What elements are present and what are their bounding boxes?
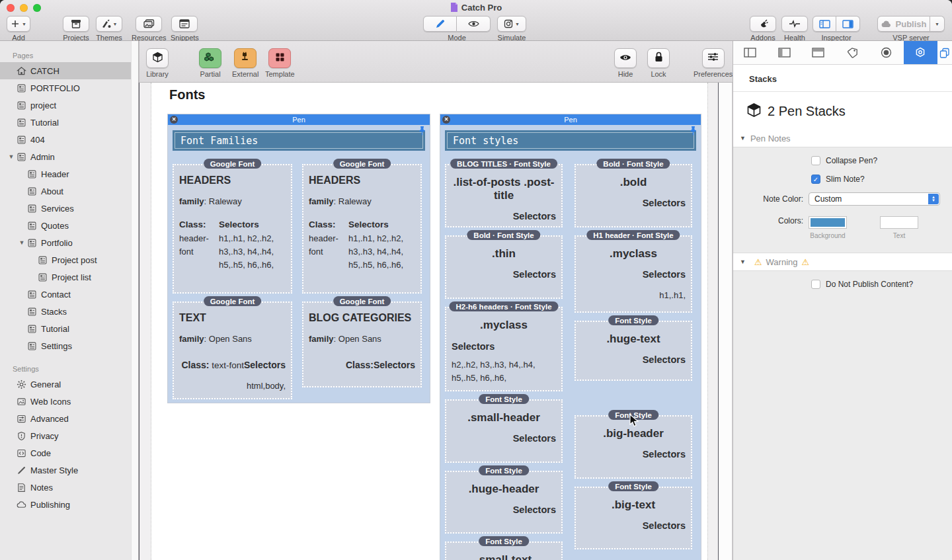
stack-font-style[interactable]: Font Style.small-text — [445, 541, 563, 560]
sidebar-item-code[interactable]: Code — [0, 444, 138, 461]
publish-dropdown-button[interactable]: ▼ — [930, 16, 945, 32]
external-plug-icon — [240, 52, 251, 65]
stack-font-style[interactable]: Font Style.huge-headerSelectors — [445, 471, 563, 534]
stack-column: Bold · Font Style.boldSelectorsH1 header… — [575, 156, 692, 560]
sidebar-item-master-style[interactable]: Master Style — [0, 461, 138, 479]
pen-notes-section-header[interactable]: ▼ Pen Notes — [733, 130, 952, 147]
sidebar-item-publishing[interactable]: Publishing — [0, 496, 138, 513]
publish-button[interactable]: Publish — [877, 16, 930, 32]
background-color-well[interactable] — [809, 216, 847, 229]
stack-blog-titles-font-style[interactable]: BLOG TITLES · Font Style.list-of-posts .… — [445, 164, 563, 227]
close-icon[interactable]: ✕ — [442, 116, 450, 124]
sidebar-item-tutorial[interactable]: Tutorial — [0, 114, 138, 131]
collapse-pen-checkbox[interactable] — [811, 156, 820, 165]
tab-sidebar-settings[interactable] — [768, 41, 802, 64]
addons-button[interactable] — [750, 16, 776, 32]
edit-mode-button[interactable] — [423, 16, 457, 32]
sidebar-item-404[interactable]: 404 — [0, 131, 138, 148]
lock-button[interactable] — [647, 48, 670, 68]
health-button[interactable] — [781, 16, 808, 32]
stack-bold-font-style[interactable]: Bold · Font Style.boldSelectors — [575, 164, 692, 227]
pen-titlebar[interactable]: ✕ Pen — [440, 114, 701, 125]
canvas-scrollbar[interactable] — [719, 83, 733, 560]
template-grid-icon-button[interactable] — [268, 48, 291, 68]
sidebar-item-project-post[interactable]: Project post — [0, 251, 138, 268]
sidebar-item-advanced[interactable]: Advanced — [0, 410, 138, 427]
right-panel-toggle-button[interactable] — [836, 16, 860, 32]
left-panel-toggle-button[interactable] — [813, 16, 836, 32]
stack-font-style[interactable]: Font Style.small-headerSelectors — [445, 399, 563, 463]
external-button[interactable] — [234, 48, 257, 68]
text-color-well[interactable] — [880, 216, 918, 229]
do-not-publish-checkbox[interactable] — [811, 280, 820, 289]
sidebar-item-project[interactable]: project — [0, 97, 138, 114]
tab-page-settings[interactable] — [733, 41, 768, 64]
sidebar-item-services[interactable]: Services — [0, 200, 138, 217]
stack-google-font[interactable]: Google FontTEXTfamily: Open SansClass: t… — [173, 301, 292, 399]
sidebar-item-label: Notes — [30, 483, 53, 493]
snippets-button[interactable] — [171, 16, 198, 32]
stack-font-style[interactable]: Font Style.big-textSelectors — [575, 487, 692, 549]
sidebar-item-portfolio[interactable]: PORTFOLIO — [0, 79, 138, 97]
simulate-button[interactable]: ▼ — [497, 16, 526, 32]
sidebar-item-catch[interactable]: CATCH — [0, 62, 138, 79]
stack-google-font[interactable]: Google FontHEADERSfamily: RalewayClass:S… — [173, 164, 292, 294]
sidebar-item-general[interactable]: General — [0, 376, 138, 393]
sidebar-item-tutorial[interactable]: Tutorial — [0, 320, 138, 337]
pen-note-header[interactable]: Font Families — [173, 130, 425, 151]
sidebar-item-portfolio[interactable]: ▼Portfolio — [0, 234, 138, 251]
library-button[interactable] — [146, 48, 169, 68]
pin-icon[interactable] — [689, 126, 697, 139]
tab-copy[interactable] — [937, 41, 952, 64]
sidebar-item-privacy[interactable]: Privacy — [0, 427, 138, 444]
disclosure-triangle-icon[interactable]: ▼ — [7, 153, 16, 160]
tab-metadata[interactable] — [836, 41, 870, 64]
pen-note-header[interactable]: Font styles — [445, 130, 696, 151]
stack-h2-h6-headers-font-style[interactable]: H2-h6 headers · Font Style.myclassSelect… — [445, 307, 563, 391]
sidebar-item-contact[interactable]: Contact — [0, 286, 138, 303]
disclosure-triangle-icon[interactable]: ▼ — [17, 239, 26, 246]
hide-button[interactable] — [614, 48, 637, 68]
main-toolbar: Catch Pro ▼ Add Projects ▼ Themes Resour… — [0, 0, 952, 41]
sidebar-item-admin[interactable]: ▼Admin — [0, 148, 138, 165]
editor-canvas[interactable]: Fonts ✕ Pen Font Families Google FontHEA… — [139, 83, 719, 560]
sidebar-item-project-list[interactable]: Project list — [0, 268, 138, 286]
themes-button[interactable]: ▼ — [96, 16, 122, 32]
add-button[interactable]: ▼ — [7, 16, 30, 32]
sidebar-item-label: project — [30, 100, 56, 110]
warning-section-header[interactable]: ▼ ⚠ Warning ⚠ — [733, 253, 952, 270]
stack-google-font[interactable]: Google FontHEADERSfamily: RalewayClass:S… — [302, 164, 422, 294]
stack-title: .big-text — [581, 499, 686, 512]
sidebar-item-quotes[interactable]: Quotes — [0, 217, 138, 234]
selectors-header: Selectors — [348, 218, 415, 232]
resources-button[interactable] — [136, 16, 162, 32]
stack-h1-header-font-style[interactable]: H1 header · Font Style.myclassSelectorsh… — [575, 235, 692, 313]
partial-button[interactable] — [199, 48, 221, 68]
preview-mode-button[interactable] — [457, 16, 491, 32]
pen-titlebar[interactable]: ✕ Pen — [168, 114, 430, 125]
pen-window-font-styles[interactable]: ✕ Pen Font styles BLOG TITLES · Font Sty… — [440, 114, 701, 560]
sidebar-item-notes[interactable]: Notes — [0, 479, 138, 496]
preferences-button[interactable] — [702, 48, 725, 68]
sidebar-item-web-icons[interactable]: Web Icons — [0, 393, 138, 410]
pin-icon[interactable] — [418, 126, 426, 139]
stack-google-font[interactable]: Google FontBLOG CATEGORIESfamily: Open S… — [302, 301, 422, 387]
close-icon[interactable]: ✕ — [170, 116, 178, 124]
tab-theme[interactable] — [869, 41, 904, 64]
note-color-select[interactable]: Custom ▲▼ — [809, 192, 940, 206]
projects-button[interactable] — [63, 16, 89, 32]
page-content[interactable]: Fonts ✕ Pen Font Families Google FontHEA… — [151, 83, 708, 560]
sidebar-item-stacks[interactable]: Stacks — [0, 303, 138, 320]
sidebar-item-settings[interactable]: Settings — [0, 337, 138, 354]
stack-title: .huge-header — [452, 483, 556, 496]
tab-stacks-settings[interactable] — [904, 41, 938, 64]
sidebar-item-header[interactable]: Header — [0, 165, 138, 182]
sidebar-scrollbar[interactable] — [131, 41, 138, 560]
slim-note-checkbox[interactable]: ✓ — [811, 175, 820, 184]
tab-header-settings[interactable] — [801, 41, 836, 64]
stack-font-style[interactable]: Font Style.huge-textSelectors — [575, 321, 692, 381]
stack-bold-font-style[interactable]: Bold · Font Style.thinSelectors — [445, 235, 563, 299]
stack-font-style[interactable]: Font Style.big-headerSelectors — [575, 415, 692, 479]
pen-window-font-families[interactable]: ✕ Pen Font Families Google FontHEADERSfa… — [168, 114, 430, 403]
sidebar-item-about[interactable]: About — [0, 182, 138, 200]
